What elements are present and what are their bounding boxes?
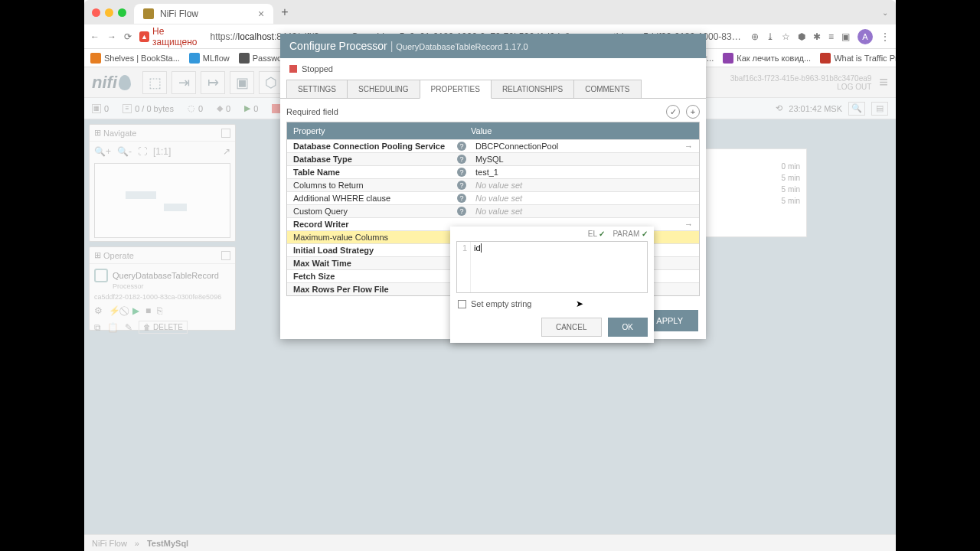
search-icon[interactable]: 🔍 <box>848 102 865 116</box>
puzzle-icon[interactable]: ✱ <box>813 31 821 42</box>
window-titlebar: NiFi Flow × + ⌄ <box>84 0 896 24</box>
breadcrumb-root[interactable]: NiFi Flow <box>92 539 127 548</box>
browser-tab[interactable]: NiFi Flow × <box>134 4 273 24</box>
property-value[interactable]: DBCPConnectionPool <box>469 140 684 152</box>
help-icon[interactable]: ? <box>457 194 466 203</box>
property-value[interactable]: test_1 <box>469 166 699 178</box>
close-icon[interactable] <box>92 8 100 17</box>
back-button[interactable]: ← <box>90 31 100 42</box>
logout-link[interactable]: LOG OUT <box>730 83 872 91</box>
property-name: Database Connection Pooling Service <box>287 140 457 152</box>
tab-scheduling[interactable]: SCHEDULING <box>347 80 420 99</box>
property-name: Fetch Size <box>287 270 457 282</box>
close-tab-icon[interactable]: × <box>258 8 264 20</box>
enable-icon[interactable]: ⚡ <box>109 305 120 316</box>
translate-icon[interactable]: ⊕ <box>751 31 759 42</box>
birdseye-icon[interactable]: ↗ <box>223 146 230 157</box>
property-name: Maximum-value Columns <box>287 231 457 243</box>
birdseye-view[interactable] <box>94 163 230 238</box>
tab-comments[interactable]: COMMENTS <box>573 80 641 99</box>
verify-properties-button[interactable]: ✓ <box>666 105 680 119</box>
property-row[interactable]: Additional WHERE clause?No value set <box>287 191 699 204</box>
input-port-tool[interactable]: ⇥ <box>172 71 196 94</box>
configure-icon[interactable]: ⚙ <box>94 305 103 316</box>
copy-icon[interactable]: ⧉ <box>94 322 101 333</box>
hamburger-icon[interactable]: ≡ <box>879 73 888 91</box>
avatar[interactable]: A <box>858 29 873 44</box>
minimize-panel-icon[interactable] <box>221 251 230 260</box>
minimize-panel-icon[interactable] <box>221 129 230 138</box>
delete-button[interactable]: 🗑 DELETE <box>139 321 188 334</box>
reload-button[interactable]: ⟳ <box>124 31 132 42</box>
actual-size-icon[interactable]: [1:1] <box>153 146 171 157</box>
property-row[interactable]: Database Type?MySQL <box>287 152 699 165</box>
paste-icon[interactable]: 📋 <box>107 322 119 333</box>
property-name: Max Rows Per Flow File <box>287 283 457 295</box>
property-value[interactable]: No value set <box>469 192 699 204</box>
process-group-tool[interactable]: ▣ <box>230 71 254 94</box>
help-icon[interactable]: ? <box>457 155 466 164</box>
property-value[interactable]: No value set <box>469 179 699 191</box>
minimize-icon[interactable] <box>105 8 113 17</box>
set-empty-checkbox[interactable] <box>458 300 466 308</box>
bookmark-item[interactable]: MLflow <box>189 53 230 64</box>
property-value-input[interactable]: 1 id <box>456 241 648 293</box>
ok-button[interactable]: OK <box>608 318 648 337</box>
bookmark-item[interactable]: Shelves | BookSta... <box>90 53 180 64</box>
add-property-button[interactable]: + <box>686 105 700 119</box>
property-row[interactable]: Table Name?test_1 <box>287 165 699 178</box>
nifi-logo: nifi <box>92 73 131 93</box>
star-icon[interactable]: ☆ <box>782 31 790 42</box>
new-tab-button[interactable]: + <box>281 5 288 19</box>
readlist-icon[interactable]: ≡ <box>828 31 834 42</box>
property-value[interactable]: MySQL <box>469 153 699 165</box>
property-value[interactable] <box>457 223 684 226</box>
help-icon[interactable]: ? <box>457 142 466 151</box>
help-icon[interactable]: ? <box>457 181 466 190</box>
processor-status: Stopped <box>280 58 706 80</box>
zoom-out-icon[interactable]: 🔍- <box>117 146 132 157</box>
tab-relationships[interactable]: RELATIONSHIPS <box>491 80 574 99</box>
processor-tool[interactable]: ⬚ <box>142 71 167 94</box>
property-row[interactable]: Columns to Return?No value set <box>287 178 699 191</box>
goto-icon[interactable]: → <box>684 220 693 229</box>
tab-properties[interactable]: PROPERTIES <box>420 80 492 99</box>
tab-settings[interactable]: SETTINGS <box>286 80 348 99</box>
cancel-button[interactable]: CANCEL <box>541 318 602 337</box>
bookmark-item[interactable]: Как лечить ковид... <box>723 53 811 64</box>
extension-icon[interactable]: ⬢ <box>798 31 805 42</box>
breadcrumb-current[interactable]: TestMySql <box>147 539 188 548</box>
property-row[interactable]: Custom Query?No value set <box>287 204 699 217</box>
property-name: Columns to Return <box>287 179 457 191</box>
chevron-down-icon[interactable]: ⌄ <box>882 8 888 17</box>
property-name: Initial Load Strategy <box>287 244 457 256</box>
sidepanel-icon[interactable]: ▣ <box>841 31 850 42</box>
clock-label: 23:01:42 MSK <box>789 104 842 113</box>
dialog-title: Configure Processor|QueryDatabaseTableRe… <box>280 34 706 58</box>
breadcrumb: NiFi Flow » TestMySql <box>84 534 896 551</box>
goto-icon[interactable]: → <box>684 142 693 151</box>
menu-icon[interactable]: ⋮ <box>880 31 890 42</box>
maximize-icon[interactable] <box>118 8 126 17</box>
bookmark-item[interactable]: What is Traffic Pre... <box>820 53 896 64</box>
forward-button[interactable]: → <box>107 31 116 42</box>
zoom-fit-icon[interactable]: ⛶ <box>138 146 147 157</box>
zoom-in-icon[interactable]: 🔍+ <box>94 146 111 157</box>
refresh-icon[interactable]: ⟲ <box>776 103 782 113</box>
bulletin-icon[interactable]: ▤ <box>871 102 888 116</box>
help-icon[interactable]: ? <box>457 207 466 216</box>
help-icon[interactable]: ? <box>457 168 466 177</box>
property-row[interactable]: Database Connection Pooling Service?DBCP… <box>287 139 699 152</box>
property-value[interactable]: No value set <box>469 205 699 217</box>
property-editor: EL ✓ PARAM ✓ 1 id Set empty string CANCE… <box>450 227 654 343</box>
output-port-tool[interactable]: ↦ <box>201 71 225 94</box>
set-empty-label: Set empty string <box>471 299 531 308</box>
operate-panel: ⊞ Operate QueryDatabaseTableRecord Proce… <box>89 246 236 331</box>
column-value: Value <box>465 122 699 139</box>
stop-icon[interactable]: ■ <box>145 305 151 316</box>
color-icon[interactable]: ✎ <box>125 322 132 333</box>
template-icon[interactable]: ⎘ <box>157 305 162 316</box>
tab-title: NiFi Flow <box>160 8 198 19</box>
start-icon[interactable]: ▶ <box>132 305 139 316</box>
install-icon[interactable]: ⤓ <box>766 31 774 42</box>
